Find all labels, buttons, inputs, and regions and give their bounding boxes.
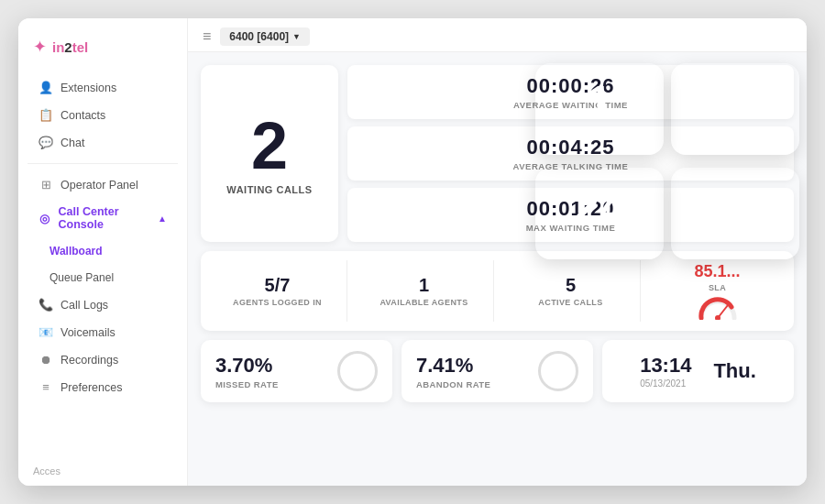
access-label: Acces <box>33 466 60 477</box>
sidebar-item-voicemails[interactable]: 📧 Voicemails <box>24 319 182 345</box>
active-calls-label: ACTIVE CALLS <box>538 298 602 307</box>
sla-label: SLA <box>709 283 726 292</box>
sidebar-item-extensions[interactable]: 👤 Extensions <box>24 74 182 101</box>
active-calls-value: 5 <box>566 275 576 296</box>
queue-selector-value: 6400 [6400] <box>229 30 289 43</box>
sidebar-item-label: Queue Panel <box>50 271 114 284</box>
missed-calls-card: 1 MISSED CALLS <box>535 63 664 155</box>
active-calls-stat: 5 ACTIVE CALLS <box>501 260 641 322</box>
right-top-row: 1 MISSED CALLS 2 ABANDONED CALLS <box>535 63 799 155</box>
total-calls-card: 27 TOTAL CALLS <box>671 168 799 259</box>
sidebar-nav: 👤 Extensions 📋 Contacts 💬 Chat ⊞ Operato… <box>18 73 187 456</box>
sidebar-item-contacts[interactable]: 📋 Contacts <box>24 102 182 128</box>
abandon-rate-info: 7.41% ABANDON RATE <box>416 354 490 389</box>
sidebar-item-recordings[interactable]: ⏺ Recordings <box>24 346 182 373</box>
chevron-down-icon: ▼ <box>292 32 301 41</box>
sidebar-item-label: Call Logs <box>60 299 108 312</box>
sidebar-item-label: Chat <box>60 137 84 149</box>
voicemail-icon: 📧 <box>38 325 53 339</box>
sidebar-item-label: Wallboard <box>50 245 103 257</box>
missed-calls-value: 1 <box>587 79 613 126</box>
console-icon: ◎ <box>38 212 51 225</box>
answered-calls-value: 24 <box>573 183 626 231</box>
preferences-icon: ≡ <box>38 380 53 394</box>
missed-rate-value: 3.70% <box>215 354 279 378</box>
sla-gauge-svg <box>697 294 739 320</box>
sidebar-item-operator-panel[interactable]: ⊞ Operator Panel <box>24 171 182 198</box>
abandoned-calls-value: 2 <box>722 79 749 126</box>
available-agents-label: AVAILABLE AGENTS <box>380 298 468 307</box>
agent-stats-row: 5/7 AGENTS LOGGED IN 1 AVAILABLE AGENTS … <box>201 251 794 331</box>
queue-selector[interactable]: 6400 [6400] ▼ <box>220 27 310 46</box>
abandon-rate-value: 7.41% <box>416 354 490 378</box>
missed-rate-info: 3.70% MISSED RATE <box>215 354 279 389</box>
abandoned-calls-label: ABANDONED CALLS <box>691 129 780 139</box>
total-calls-value: 27 <box>709 183 762 231</box>
waiting-calls-label: WAITING CALLS <box>226 184 312 195</box>
datetime-day: Thu. <box>713 359 755 383</box>
available-agents-value: 1 <box>419 275 429 296</box>
sidebar-item-label: Recordings <box>60 354 118 367</box>
bottom-row: 3.70% MISSED RATE 7.41% ABANDON RATE <box>201 340 794 402</box>
missed-rate-box: 3.70% MISSED RATE <box>201 340 392 402</box>
datetime-time-group: 13:14 05/13/2021 <box>640 354 691 389</box>
waiting-calls-value: 2 <box>251 113 288 179</box>
contacts-icon: 📋 <box>38 108 53 122</box>
sidebar-item-call-logs[interactable]: 📞 Call Logs <box>24 291 182 318</box>
sla-stat: 85.1... SLA <box>648 260 786 322</box>
stats-area: 2 WAITING CALLS 00:00:26 AVERAGE WAITING… <box>188 52 807 486</box>
sidebar-item-chat[interactable]: 💬 Chat <box>24 129 182 156</box>
sidebar-item-label: Voicemails <box>60 326 116 339</box>
abandon-rate-label: ABANDON RATE <box>416 379 490 389</box>
sidebar-bottom: Acces <box>18 456 187 486</box>
sidebar: ✦ in2tel 👤 Extensions 📋 Contacts 💬 Chat … <box>18 18 188 486</box>
datetime-inner: 13:14 05/13/2021 Thu. <box>640 354 756 389</box>
user-icon: 👤 <box>38 81 53 94</box>
recordings-icon: ⏺ <box>38 353 53 367</box>
chat-icon: 💬 <box>38 136 53 149</box>
sidebar-item-call-center-console[interactable]: ◎ Call Center Console ▲ <box>24 199 182 237</box>
available-agents-stat: 1 AVAILABLE AGENTS <box>355 260 494 322</box>
abandoned-calls-card: 2 ABANDONED CALLS <box>671 63 799 155</box>
agents-logged-stat: 5/7 AGENTS LOGGED IN <box>208 260 347 322</box>
sidebar-item-preferences[interactable]: ≡ Preferences <box>24 374 182 400</box>
datetime-box: 13:14 05/13/2021 Thu. <box>602 340 794 402</box>
expand-icon: ▲ <box>158 214 167 224</box>
sidebar-item-label: Call Center Console <box>59 205 151 231</box>
missed-rate-circle <box>337 351 378 391</box>
logo-text: in2tel <box>52 39 88 55</box>
missed-rate-label: MISSED RATE <box>215 379 279 389</box>
abandon-rate-circle <box>538 351 578 391</box>
sla-value: 85.1... <box>694 262 740 281</box>
answered-calls-card: 24 ANSWERED CALLS <box>535 168 664 259</box>
logo: ✦ in2tel <box>18 27 187 73</box>
hamburger-icon[interactable]: ≡ <box>203 28 211 45</box>
call-logs-icon: 📞 <box>38 298 53 312</box>
main-header: ≡ 6400 [6400] ▼ <box>188 18 807 52</box>
answered-calls-label: ANSWERED CALLS <box>558 234 642 244</box>
datetime-date: 05/13/2021 <box>640 378 691 389</box>
agents-logged-value: 5/7 <box>265 275 291 296</box>
sidebar-item-queue-panel[interactable]: Queue Panel <box>24 265 182 290</box>
app-window: ✦ in2tel 👤 Extensions 📋 Contacts 💬 Chat … <box>18 18 807 486</box>
missed-calls-label: MISSED CALLS <box>566 129 632 139</box>
operator-icon: ⊞ <box>38 178 53 192</box>
waiting-calls-box: 2 WAITING CALLS <box>201 65 338 242</box>
sidebar-item-label: Preferences <box>60 381 122 394</box>
sidebar-item-wallboard[interactable]: Wallboard <box>24 238 182 264</box>
sidebar-item-label: Extensions <box>60 82 116 94</box>
abandon-rate-box: 7.41% ABANDON RATE <box>402 340 593 402</box>
main-content: ≡ 6400 [6400] ▼ 2 WAITING CALLS 00:00:26 <box>188 18 807 486</box>
datetime-time: 13:14 <box>640 354 691 378</box>
logo-icon: ✦ <box>33 37 47 57</box>
sidebar-divider <box>28 163 178 164</box>
total-calls-label: TOTAL CALLS <box>705 234 765 244</box>
sidebar-item-label: Contacts <box>60 109 105 122</box>
agents-logged-label: AGENTS LOGGED IN <box>233 298 322 307</box>
right-bottom-row: 24 ANSWERED CALLS 27 TOTAL CALLS <box>535 168 799 259</box>
sidebar-item-label: Operator Panel <box>60 179 138 192</box>
